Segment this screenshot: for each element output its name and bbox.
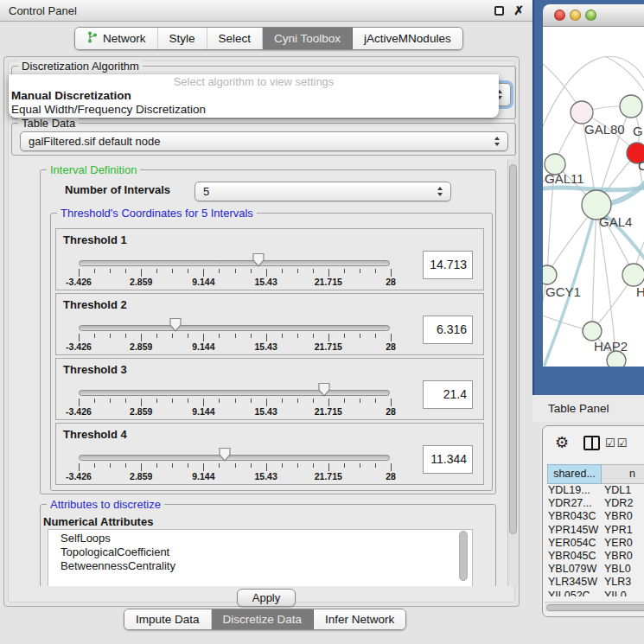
network-view[interactable]: GAL80GCGAL11GAL4GCY1HHAP2 <box>543 27 644 367</box>
zoom-button[interactable] <box>585 10 596 21</box>
attribute-item[interactable]: TopologicalCoefficient <box>61 545 472 559</box>
network-node[interactable] <box>607 351 626 367</box>
tab-label: Infer Network <box>325 613 394 626</box>
slider-track[interactable] <box>79 390 390 396</box>
cell-shared-name: YBL079W <box>547 563 601 576</box>
tab-discretize-data[interactable]: Discretize Data <box>212 609 315 629</box>
tab-label: Style <box>169 32 195 45</box>
table-row[interactable]: YIL052CYIL0 <box>547 590 644 597</box>
tab-jactivemnodules[interactable]: jActiveMNodules <box>353 28 462 49</box>
network-edge-highlighted <box>543 187 644 190</box>
threshold-panel: Threshold 1-3.4262.8599.14415.4321.71528… <box>55 228 484 290</box>
slider-tick-labels: -3.4262.8599.14415.4321.71528 <box>79 341 391 352</box>
slider-thumb[interactable] <box>169 317 182 332</box>
tab-impute-data[interactable]: Impute Data <box>124 609 212 629</box>
table-panel-header: Table Panel <box>532 395 644 422</box>
popup-options: Manual DiscretizationEqual Width/Frequen… <box>9 89 499 117</box>
numerical-attributes-label: Numerical Attributes <box>43 515 153 528</box>
tab-label: Impute Data <box>136 613 200 626</box>
threshold-value-field[interactable]: 14.713 <box>423 251 473 279</box>
cell-name: YBL0 <box>601 563 631 576</box>
slider-thumb[interactable] <box>252 252 265 267</box>
tab-label: Cyni Toolbox <box>274 32 341 45</box>
close-button[interactable] <box>554 10 565 21</box>
cell-shared-name: YER054C <box>547 537 601 550</box>
table-row[interactable]: YDR27...YDR2 <box>547 497 644 510</box>
network-node-label: GAL4 <box>599 214 632 229</box>
stepper-icon <box>437 187 443 196</box>
attribute-item[interactable]: SelfLoops <box>61 532 472 545</box>
network-node-g[interactable] <box>620 95 642 118</box>
float-icon[interactable] <box>494 6 504 16</box>
attribute-item[interactable]: BetweennessCentrality <box>61 559 472 573</box>
number-of-intervals-value: 5 <box>203 185 209 198</box>
network-icon <box>86 31 98 46</box>
table-hscrollbar-thumb[interactable] <box>546 604 644 611</box>
network-graph: GAL80GCGAL11GAL4GCY1HHAP2 <box>543 27 644 367</box>
settings-scrollbar-thumb[interactable] <box>509 164 517 534</box>
numerical-attributes-list[interactable]: SelfLoopsTopologicalCoefficientBetweenne… <box>48 529 473 586</box>
network-node-h[interactable] <box>622 264 644 286</box>
network-node-label: GAL11 <box>545 171 584 186</box>
table-row[interactable]: YER054CYER0 <box>547 537 644 550</box>
slider-ticks <box>79 334 391 341</box>
tab-style[interactable]: Style <box>158 28 207 49</box>
table-hscrollbar-track[interactable] <box>545 602 644 612</box>
control-panel-titlebar: Control Panel ✗ <box>0 0 532 22</box>
threshold-panel: Threshold 3-3.4262.8599.14415.4321.71528… <box>55 358 484 420</box>
algorithm-option-equal-width-frequency-discretization[interactable]: Equal Width/Frequency Discretization <box>9 103 499 117</box>
algorithm-option-manual-discretization[interactable]: Manual Discretization <box>9 89 499 103</box>
cell-shared-name: YDL19... <box>547 484 601 497</box>
group-title: Discretization Algorithm <box>18 60 143 73</box>
apply-button[interactable]: Apply <box>237 589 296 607</box>
table-row[interactable]: YPR145WYPR1 <box>547 524 644 537</box>
network-node-gal80[interactable] <box>571 101 593 124</box>
group-title: Attributes to discretize <box>47 498 164 511</box>
slider-track[interactable] <box>79 260 390 266</box>
close-icon[interactable]: ✗ <box>513 3 524 17</box>
cell-name: YBR0 <box>601 550 633 563</box>
table-data-combobox[interactable]: galFiltered.sif default node <box>20 131 508 151</box>
table-row[interactable]: YLR345WYLR3 <box>547 576 644 589</box>
slider-thumb[interactable] <box>317 382 331 397</box>
column-header-shared-name[interactable]: shared... <box>547 464 602 484</box>
group-title: Threshold's Coordinates for 5 Intervals <box>57 207 257 220</box>
group-title: Table Data <box>18 117 79 130</box>
select-columns-icon[interactable]: ☑☑ <box>605 437 628 450</box>
table-row[interactable]: YBL079WYBL0 <box>547 563 644 576</box>
cell-name: YPR1 <box>601 524 633 537</box>
group-title: Interval Definition <box>47 163 140 176</box>
cell-name: YDL1 <box>601 484 631 497</box>
network-edge <box>605 56 644 91</box>
slider-track[interactable] <box>79 455 390 461</box>
tab-network[interactable]: Network <box>75 28 158 49</box>
table-panel: ⚙ ☑☑ shared... n YDL19...YDL1YDR27...YDR… <box>542 425 644 617</box>
table-row[interactable]: YBR045CYBR0 <box>547 550 644 563</box>
network-node-label: C <box>638 158 644 173</box>
attributes-list-scrollbar[interactable] <box>459 531 468 581</box>
threshold-sliders: Threshold 1-3.4262.8599.14415.4321.71528… <box>55 228 484 488</box>
table-row[interactable]: YBR043CYBR0 <box>547 510 644 523</box>
number-of-intervals-combobox[interactable]: 5 <box>194 182 451 201</box>
network-node-hap2[interactable] <box>583 322 602 341</box>
threshold-value-field[interactable]: 21.4 <box>423 380 473 409</box>
tab-cyni-toolbox[interactable]: Cyni Toolbox <box>263 28 353 49</box>
slider-thumb[interactable] <box>218 447 232 462</box>
tab-select[interactable]: Select <box>207 28 264 49</box>
threshold-value-field[interactable]: 11.344 <box>423 445 473 474</box>
threshold-label: Threshold 2 <box>63 298 127 311</box>
minimize-button[interactable] <box>570 10 581 21</box>
gear-icon[interactable]: ⚙ <box>555 433 569 452</box>
table-row[interactable]: YDL19...YDL1 <box>547 484 644 497</box>
threshold-value-field[interactable]: 6.316 <box>423 316 473 344</box>
slider-tick-labels: -3.4262.8599.14415.4321.71528 <box>79 406 391 417</box>
tab-label: Discretize Data <box>223 613 303 626</box>
cell-shared-name: YBR045C <box>547 550 601 563</box>
tab-infer-network[interactable]: Infer Network <box>314 609 405 629</box>
network-node-gcy1[interactable] <box>543 265 557 284</box>
slider-track[interactable] <box>79 325 390 331</box>
cell-name: YDR2 <box>601 497 633 510</box>
network-window-titlebar[interactable] <box>543 4 644 27</box>
split-columns-icon[interactable] <box>583 436 600 450</box>
column-header-name[interactable]: n <box>602 464 644 484</box>
